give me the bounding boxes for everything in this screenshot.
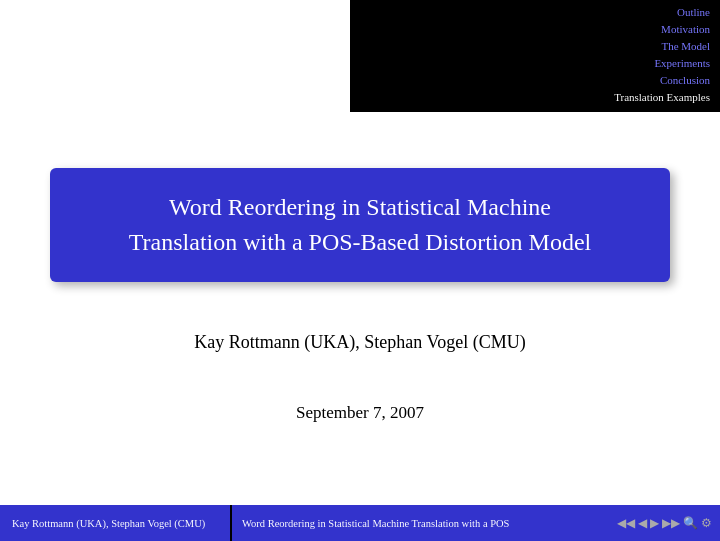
nav-item-experiments[interactable]: Experiments [360, 55, 710, 72]
bottom-authors: Kay Rottmann (UKA), Stephan Vogel (CMU) [0, 505, 230, 541]
navigation-controls: ◀◀ ◀ ▶ ▶▶ 🔍 ⚙ [609, 505, 720, 541]
title-box: Word Reordering in Statistical Machine T… [50, 168, 670, 282]
nav-item-motivation[interactable]: Motivation [360, 21, 710, 38]
authors: Kay Rottmann (UKA), Stephan Vogel (CMU) [194, 332, 525, 353]
nav-item-conclusion[interactable]: Conclusion [360, 72, 710, 89]
bottom-bar: Kay Rottmann (UKA), Stephan Vogel (CMU) … [0, 505, 720, 541]
last-page-icon[interactable]: ▶▶ [662, 516, 680, 531]
next-page-icon[interactable]: ▶ [650, 516, 659, 531]
nav-item-outline[interactable]: Outline [360, 4, 710, 21]
settings-icon[interactable]: ⚙ [701, 516, 712, 531]
presentation-title: Word Reordering in Statistical Machine T… [86, 190, 634, 260]
presentation-date: September 7, 2007 [296, 403, 424, 423]
main-content: Word Reordering in Statistical Machine T… [0, 90, 720, 501]
prev-page-icon[interactable]: ◀ [638, 516, 647, 531]
first-page-icon[interactable]: ◀◀ [617, 516, 635, 531]
search-icon[interactable]: 🔍 [683, 516, 698, 531]
nav-item-model[interactable]: The Model [360, 38, 710, 55]
